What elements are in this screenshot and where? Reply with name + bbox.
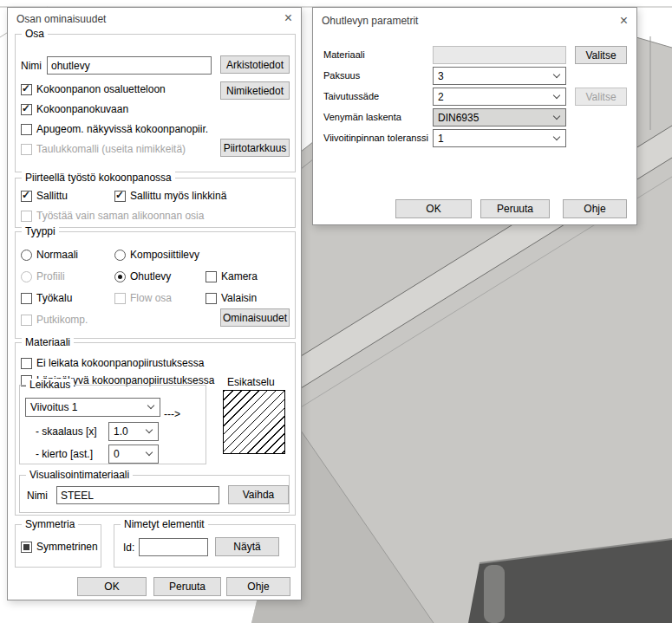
ok-button[interactable]: OK <box>77 577 147 596</box>
checkbox-label: Taulukkomalli (useita nimikkeitä) <box>36 143 186 155</box>
group-osa: Osa Nimi Arkistotiedot ✓ Kokoonpanon osa… <box>15 34 296 172</box>
checkbox-tyokalu[interactable]: Työkalu <box>21 292 72 304</box>
hatch-preview <box>223 390 285 454</box>
visual-nimi-input[interactable] <box>56 486 219 504</box>
nimiketiedot-button[interactable]: Nimiketiedot <box>220 81 290 100</box>
sheet-metal-parameters-dialog: Ohutlevyn parametrit × Materiaali Valits… <box>312 7 637 225</box>
valitse-materiaali-button[interactable]: Valitse <box>575 46 627 64</box>
check-icon: ✓ <box>115 189 124 201</box>
checkbox-ei-leikata[interactable]: Ei leikata kokoonpanopiirustuksessa <box>21 357 204 369</box>
ominaisuudet-button[interactable]: Ominaisuudet <box>220 308 290 327</box>
checkbox-symmetrinen[interactable]: Symmetrinen <box>21 541 98 553</box>
checkbox-label: Apugeom. näkyvissä kokoonpanopiir. <box>36 123 208 135</box>
checkbox-box: ✓ <box>21 191 32 202</box>
peruuta-button[interactable]: Peruuta <box>153 577 221 596</box>
paksuus-dropdown[interactable]: 3 <box>433 67 566 85</box>
close-icon[interactable]: × <box>284 11 292 25</box>
chevron-down-icon <box>553 112 560 119</box>
viivoitus-value: Viivoitus 1 <box>30 401 77 413</box>
part-dialog-title: Osan ominaisuudet <box>16 13 106 25</box>
radio-ohutlevy[interactable]: Ohutlevy <box>114 270 171 282</box>
radio-label: Normaali <box>36 249 78 261</box>
kierto-dropdown[interactable]: 0 <box>108 445 159 464</box>
piirtotarkkuus-button[interactable]: Piirtotarkkuus <box>220 139 290 157</box>
radio-label: Ohutlevy <box>130 270 171 282</box>
radio-circle <box>114 250 126 261</box>
check-icon: ✓ <box>22 102 30 114</box>
radio-circle <box>21 271 32 282</box>
chevron-down-icon <box>553 70 560 77</box>
skaalaus-dropdown[interactable]: 1.0 <box>108 422 159 441</box>
group-tyosto-legend: Piirteellä työstö kokoonpanossa <box>22 172 175 184</box>
taivutussade-label: Taivutussäde <box>323 91 379 101</box>
venyman-laskenta-label: Venymän laskenta <box>323 112 401 122</box>
materiaali-label: Materiaali <box>323 49 365 60</box>
checkbox-kamera[interactable]: Kamera <box>206 270 258 282</box>
peruuta-button[interactable]: Peruuta <box>480 199 550 218</box>
id-label: Id: <box>123 542 134 554</box>
toleranssi-value: 1 <box>438 133 444 145</box>
chevron-down-icon <box>146 449 153 456</box>
checkbox-box <box>21 211 32 222</box>
radio-label: Komposiittilevy <box>130 249 199 261</box>
vaihda-button[interactable]: Vaihda <box>228 485 289 504</box>
ok-button[interactable]: OK <box>395 199 472 218</box>
radio-komposiittilevy[interactable]: Komposiittilevy <box>114 249 199 261</box>
kierto-label: - kierto [ast.] <box>36 448 93 460</box>
toleranssi-dropdown[interactable]: 1 <box>433 129 566 147</box>
materiaali-input <box>433 46 566 64</box>
paksuus-label: Paksuus <box>323 70 360 81</box>
toleranssi-label: Viivoitinpinnan toleranssi <box>323 133 428 143</box>
radio-normaali[interactable]: Normaali <box>21 249 78 261</box>
checkbox-kokoonpanokuvaan[interactable]: ✓ Kokoonpanokuvaan <box>21 103 128 115</box>
checkbox-taulukkomalli: Taulukkomalli (useita nimikkeitä) <box>21 143 186 155</box>
checkbox-label: Kokoonpanokuvaan <box>36 103 128 115</box>
sheet-dialog-title: Ohutlevyn parametrit <box>322 15 418 27</box>
group-materiaali-legend: Materiaali <box>22 336 74 348</box>
checkbox-label: Flow osa <box>130 292 172 304</box>
checkbox-label: Ei leikata kokoonpanopiirustuksessa <box>36 357 204 369</box>
taivutussade-dropdown[interactable]: 2 <box>433 88 566 106</box>
group-tyosto: Piirteellä työstö kokoonpanossa ✓ Sallit… <box>15 178 296 228</box>
ohje-button[interactable]: Ohje <box>226 577 290 596</box>
checkbox-label: Putkikomp. <box>36 314 88 326</box>
checkbox-sallittu-linkkina[interactable]: ✓ Sallittu myös linkkinä <box>114 190 226 202</box>
group-tyyppi: Tyyppi Normaali Komposiittilevy Profiili… <box>15 231 296 339</box>
id-input[interactable] <box>139 538 208 556</box>
part-dialog-titlebar[interactable]: Osan ominaisuudet × <box>8 8 301 30</box>
checkbox-apugeom[interactable]: Apugeom. näkyvissä kokoonpanopiir. <box>21 123 208 135</box>
group-visualisointi-legend: Visualisointimateriaali <box>26 469 133 481</box>
kierto-value: 0 <box>114 448 120 460</box>
visual-nimi-label: Nimi <box>27 490 48 502</box>
valitse-taivutussade-button: Valitse <box>575 88 627 106</box>
sheet-dialog-titlebar[interactable]: Ohutlevyn parametrit × <box>313 8 636 34</box>
checkbox-sallittu[interactable]: ✓ Sallittu <box>21 190 68 202</box>
viivoitus-dropdown[interactable]: Viivoitus 1 <box>25 398 160 417</box>
group-leikkaus: Leikkaus Viivoitus 1 ---> - skaalaus [x]… <box>19 385 206 464</box>
ohje-button[interactable]: Ohje <box>563 199 627 218</box>
checkbox-alikoonta: Työstää vain saman alikoonnan osia <box>21 210 204 222</box>
group-osa-legend: Osa <box>22 28 48 40</box>
group-leikkaus-legend: Leikkaus <box>26 379 74 391</box>
checkbox-kokoonpanon-osaluetteloon[interactable]: ✓ Kokoonpanon osaluetteloon <box>21 83 166 95</box>
chevron-down-icon <box>553 133 560 140</box>
arkistotiedot-button[interactable]: Arkistotiedot <box>220 55 290 74</box>
check-icon: ✓ <box>22 82 30 94</box>
checkbox-box <box>21 358 32 369</box>
nimi-input[interactable] <box>47 56 212 75</box>
venyman-laskenta-dropdown[interactable]: DIN6935 <box>433 108 566 127</box>
group-nimetyt-legend: Nimetyt elementit <box>121 518 208 530</box>
taivutussade-value: 2 <box>438 91 444 103</box>
chevron-down-icon <box>147 402 154 409</box>
hatch-arrow: ---> <box>164 408 180 420</box>
checkbox-putkikomp: Putkikomp. <box>21 314 88 326</box>
checkbox-label: Valaisin <box>221 292 257 304</box>
group-nimetyt-elementit: Nimetyt elementit Id: Näytä <box>114 524 296 568</box>
checkbox-label: Sallittu <box>36 190 68 202</box>
checkbox-box <box>114 293 126 304</box>
close-icon[interactable]: × <box>620 14 628 28</box>
nayta-button[interactable]: Näytä <box>215 537 279 556</box>
checkbox-box <box>21 315 32 326</box>
check-icon: ✓ <box>22 189 30 201</box>
checkbox-valaisin[interactable]: Valaisin <box>206 292 257 304</box>
